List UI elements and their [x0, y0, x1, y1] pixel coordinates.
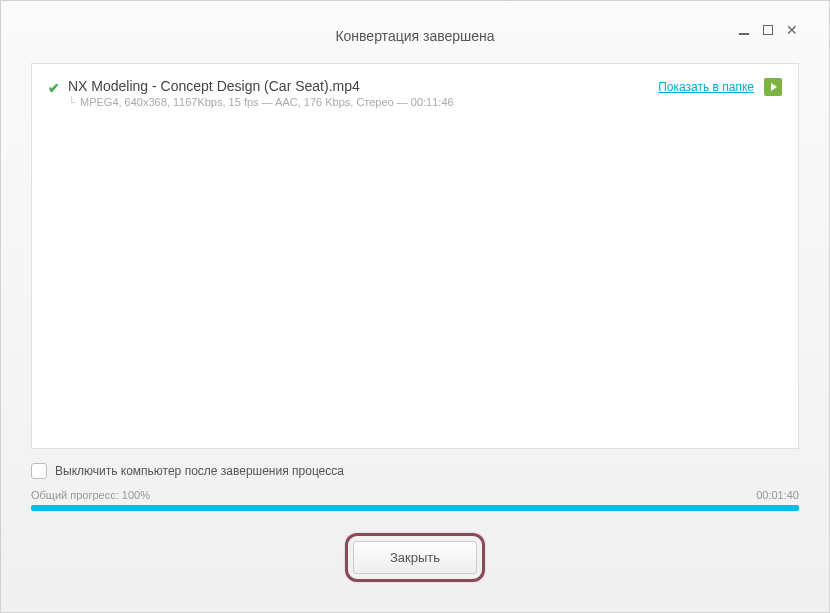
file-right: Показать в папке	[658, 78, 782, 96]
close-window-button[interactable]: ✕	[785, 23, 799, 37]
checkmark-icon: ✔	[48, 80, 60, 96]
show-in-folder-link[interactable]: Показать в папке	[658, 80, 754, 94]
content-area: ✔ NX Modeling - Concept Design (Car Seat…	[31, 63, 799, 449]
progress-bar	[31, 505, 799, 511]
close-button-wrapper: Закрыть	[31, 533, 799, 582]
window: Конвертация завершена ✕ ✔ NX Modeling - …	[0, 0, 830, 613]
close-highlight: Закрыть	[345, 533, 485, 582]
close-icon: ✕	[786, 22, 798, 38]
shutdown-checkbox[interactable]	[31, 463, 47, 479]
file-info: NX Modeling - Concept Design (Car Seat).…	[68, 78, 454, 108]
maximize-icon	[763, 25, 773, 35]
play-icon[interactable]	[764, 78, 782, 96]
progress-time: 00:01:40	[756, 489, 799, 501]
minimize-icon	[739, 33, 749, 35]
close-button[interactable]: Закрыть	[353, 541, 477, 574]
file-meta: MPEG4, 640x368, 1167Kbps, 15 fps — AAC, …	[80, 96, 454, 108]
progress-label: Общий прогресс: 100%	[31, 489, 150, 501]
progress-row: Общий прогресс: 100% 00:01:40	[31, 489, 799, 501]
bottom-section: Выключить компьютер после завершения про…	[31, 463, 799, 582]
window-title: Конвертация завершена	[335, 28, 494, 44]
shutdown-label: Выключить компьютер после завершения про…	[55, 464, 344, 478]
window-controls: ✕	[737, 23, 799, 37]
file-row: ✔ NX Modeling - Concept Design (Car Seat…	[48, 78, 782, 108]
maximize-button[interactable]	[761, 23, 775, 37]
shutdown-row: Выключить компьютер после завершения про…	[31, 463, 799, 479]
file-name: NX Modeling - Concept Design (Car Seat).…	[68, 78, 454, 94]
minimize-button[interactable]	[737, 23, 751, 37]
file-left: ✔ NX Modeling - Concept Design (Car Seat…	[48, 78, 454, 108]
titlebar: Конвертация завершена ✕	[31, 21, 799, 51]
